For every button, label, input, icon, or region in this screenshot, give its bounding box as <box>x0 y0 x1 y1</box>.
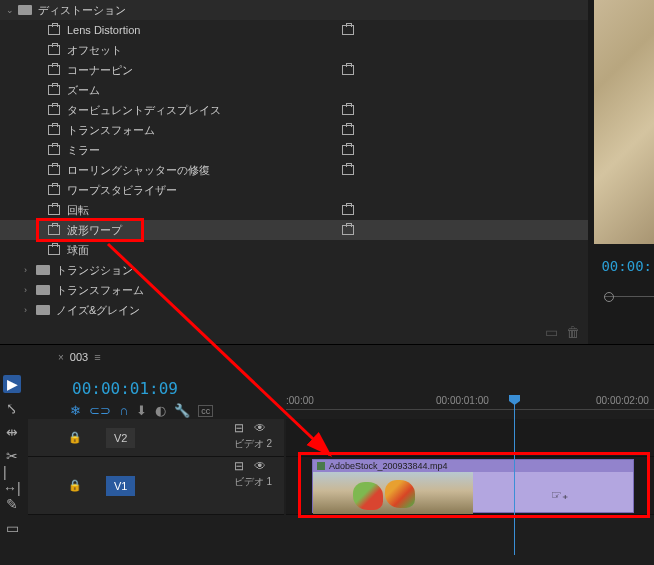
hand-tool-icon[interactable]: ▭ <box>3 519 21 537</box>
program-monitor-preview <box>594 0 654 244</box>
video-clip[interactable]: AdobeStock_200933844.mp4 ☞₊ <box>312 459 634 513</box>
preset-badge-icon <box>342 225 354 235</box>
folder-icon <box>18 5 32 15</box>
chevron-right-icon: › <box>24 265 34 275</box>
effect-icon <box>48 65 60 75</box>
razor-tool-icon[interactable]: ✂ <box>3 447 21 465</box>
cc-icon[interactable]: cc <box>198 405 213 417</box>
drop-cursor-icon: ☞₊ <box>551 488 568 502</box>
timeline-toolbar: ❄ ⊂⊃ ∩ ⬇ ◐ 🔧 cc <box>70 403 213 418</box>
panel-footer-icons: ▭ 🗑 <box>545 324 580 340</box>
folder-transform[interactable]: ›トランスフォーム <box>0 280 588 300</box>
chevron-right-icon: › <box>24 285 34 295</box>
folder-icon <box>36 285 50 295</box>
preset-badge-icon <box>342 25 354 35</box>
effect-icon <box>48 205 60 215</box>
ruler-tick: :00:00 <box>286 395 314 406</box>
timeline-panel: × 003 ≡ 00:00:01:09 ▶ ⤣ ⇹ ✂ |↔| ✎ ▭ ❄ ⊂⊃… <box>0 344 654 565</box>
settings-icon[interactable]: ◐ <box>155 403 166 418</box>
track-target-v2[interactable]: V2 <box>106 428 135 448</box>
scrubber-knob-icon[interactable] <box>604 292 614 302</box>
effects-panel: ⌄ ディストーション Lens Distortion オフセット コーナーピン … <box>0 0 588 344</box>
track-lane-v2[interactable] <box>286 419 654 457</box>
effect-icon <box>48 85 60 95</box>
lock-icon[interactable]: 🔒 <box>68 479 82 492</box>
marker-icon[interactable]: ∩ <box>119 403 128 418</box>
effect-icon <box>48 245 60 255</box>
close-icon[interactable]: × <box>58 352 64 363</box>
effect-corner-pin[interactable]: コーナーピン <box>0 60 588 80</box>
preset-badge-icon <box>342 165 354 175</box>
chevron-right-icon: › <box>24 305 34 315</box>
program-scrubber[interactable] <box>604 292 654 302</box>
ruler-tick: 00:00:02:00 <box>596 395 649 406</box>
track-lane-v1[interactable]: AdobeStock_200933844.mp4 ☞₊ <box>286 457 654 515</box>
clip-thumbnail <box>313 472 473 514</box>
effect-rolling-shutter[interactable]: ローリングシャッターの修復 <box>0 160 588 180</box>
preset-badge-icon <box>342 125 354 135</box>
effect-spherize[interactable]: 球面 <box>0 240 588 260</box>
wrench-icon[interactable]: 🔧 <box>174 403 190 418</box>
eye-icon[interactable]: 👁 <box>254 459 266 473</box>
time-ruler[interactable]: :00:00 00:00:01:00 00:00:02:00 <box>286 395 654 417</box>
toggle-output-icon[interactable]: ⊟ <box>234 421 244 435</box>
lock-icon[interactable]: 🔒 <box>68 431 82 444</box>
effect-icon <box>48 225 60 235</box>
effect-turbulent-displace[interactable]: タービュレントディスプレイス <box>0 100 588 120</box>
chevron-down-icon: ⌄ <box>6 5 16 15</box>
track-label: ビデオ 1 <box>234 475 272 489</box>
insert-icon[interactable]: ⬇ <box>136 403 147 418</box>
new-bin-icon[interactable]: ▭ <box>545 324 558 340</box>
program-timecode: 00:00: <box>601 258 652 274</box>
preset-badge-icon <box>342 145 354 155</box>
effect-lens-distortion[interactable]: Lens Distortion <box>0 20 588 40</box>
track-select-tool-icon[interactable]: ⤣ <box>3 399 21 417</box>
linked-selection-icon[interactable]: ⊂⊃ <box>89 403 111 418</box>
folder-icon <box>36 265 50 275</box>
playhead-timecode[interactable]: 00:00:01:09 <box>72 379 178 398</box>
effect-transform[interactable]: トランスフォーム <box>0 120 588 140</box>
effect-warp-stabilizer[interactable]: ワープスタビライザー <box>0 180 588 200</box>
tool-sidebar: ▶ ⤣ ⇹ ✂ |↔| ✎ ▭ <box>0 369 24 537</box>
eye-icon[interactable]: 👁 <box>254 421 266 435</box>
selection-tool-icon[interactable]: ▶ <box>3 375 21 393</box>
effect-icon <box>48 105 60 115</box>
slip-tool-icon[interactable]: |↔| <box>3 471 21 489</box>
folder-distortion[interactable]: ⌄ ディストーション <box>0 0 588 20</box>
sequence-name: 003 <box>70 351 88 363</box>
track-label: ビデオ 2 <box>234 437 272 451</box>
folder-noise-grain[interactable]: ›ノイズ&グレイン <box>0 300 588 320</box>
track-header-v2[interactable]: 🔒 V2 ⊟👁 ビデオ 2 <box>28 419 284 457</box>
effect-wave-warp[interactable]: 波形ワープ <box>0 220 588 240</box>
folder-transition[interactable]: ›トランジション <box>0 260 588 280</box>
effect-icon <box>48 25 60 35</box>
effect-icon <box>48 185 60 195</box>
effect-zoom[interactable]: ズーム <box>0 80 588 100</box>
effect-rotate[interactable]: 回転 <box>0 200 588 220</box>
clip-name: AdobeStock_200933844.mp4 <box>329 461 448 471</box>
folder-icon <box>36 305 50 315</box>
snap-icon[interactable]: ❄ <box>70 403 81 418</box>
fx-badge-icon <box>317 462 325 470</box>
playhead[interactable] <box>514 395 515 555</box>
trash-icon[interactable]: 🗑 <box>566 324 580 340</box>
effect-icon <box>48 45 60 55</box>
pen-tool-icon[interactable]: ✎ <box>3 495 21 513</box>
effect-mirror[interactable]: ミラー <box>0 140 588 160</box>
effect-icon <box>48 145 60 155</box>
effect-icon <box>48 125 60 135</box>
track-header-v1[interactable]: 🔒 V1 ⊟👁 ビデオ 1 <box>28 457 284 515</box>
preset-badge-icon <box>342 65 354 75</box>
ruler-tick: 00:00:01:00 <box>436 395 489 406</box>
effect-offset[interactable]: オフセット <box>0 40 588 60</box>
sequence-tab[interactable]: × 003 ≡ <box>58 351 101 363</box>
preset-badge-icon <box>342 205 354 215</box>
ripple-tool-icon[interactable]: ⇹ <box>3 423 21 441</box>
folder-label: ディストーション <box>38 3 588 18</box>
tab-menu-icon[interactable]: ≡ <box>94 351 100 363</box>
toggle-output-icon[interactable]: ⊟ <box>234 459 244 473</box>
track-target-v1[interactable]: V1 <box>106 476 135 496</box>
effect-icon <box>48 165 60 175</box>
preset-badge-icon <box>342 105 354 115</box>
